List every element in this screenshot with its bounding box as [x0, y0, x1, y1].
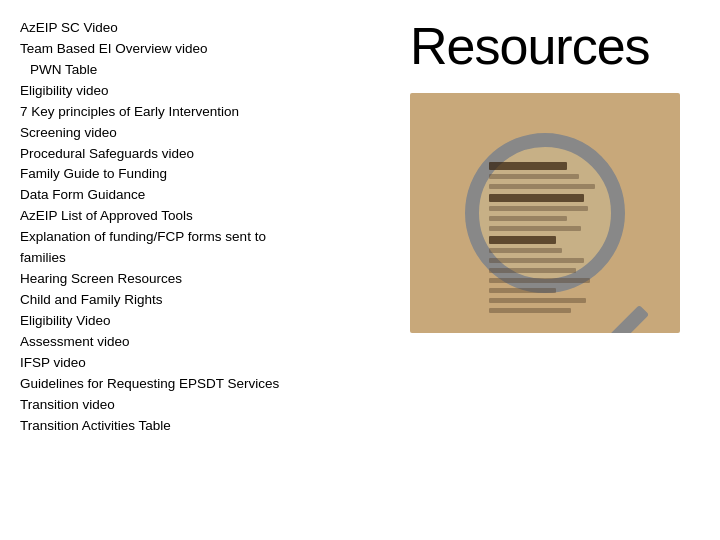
- page-title: Resources: [410, 18, 650, 75]
- list-item: Screening video: [20, 123, 390, 144]
- list-item: AzEIP List of Approved Tools: [20, 206, 390, 227]
- list-item: Team Based EI Overview video: [20, 39, 390, 60]
- magnifying-glass-icon: [465, 133, 625, 293]
- list-item: Child and Family Rights: [20, 290, 390, 311]
- list-item: Assessment video: [20, 332, 390, 353]
- list-item: Eligibility Video: [20, 311, 390, 332]
- list-item: Guidelines for Requesting EPSDT Services: [20, 374, 390, 395]
- resource-list: AzEIP SC VideoTeam Based EI Overview vid…: [20, 18, 390, 436]
- list-item: Data Form Guidance: [20, 185, 390, 206]
- list-item: Explanation of funding/FCP forms sent to: [20, 227, 390, 248]
- list-item: PWN Table: [20, 60, 390, 81]
- right-column: Resources: [410, 18, 700, 530]
- list-item: IFSP video: [20, 353, 390, 374]
- list-item: families: [20, 248, 390, 269]
- list-item: Transition video: [20, 395, 390, 416]
- list-item: AzEIP SC Video: [20, 18, 390, 39]
- page-container: AzEIP SC VideoTeam Based EI Overview vid…: [0, 0, 720, 540]
- resource-image: [410, 93, 680, 333]
- list-item: Procedural Safeguards video: [20, 144, 390, 165]
- list-item: Transition Activities Table: [20, 416, 390, 437]
- list-item: Family Guide to Funding: [20, 164, 390, 185]
- list-item: 7 Key principles of Early Intervention: [20, 102, 390, 123]
- list-item: Hearing Screen Resources: [20, 269, 390, 290]
- left-column: AzEIP SC VideoTeam Based EI Overview vid…: [20, 18, 390, 530]
- list-item: Eligibility video: [20, 81, 390, 102]
